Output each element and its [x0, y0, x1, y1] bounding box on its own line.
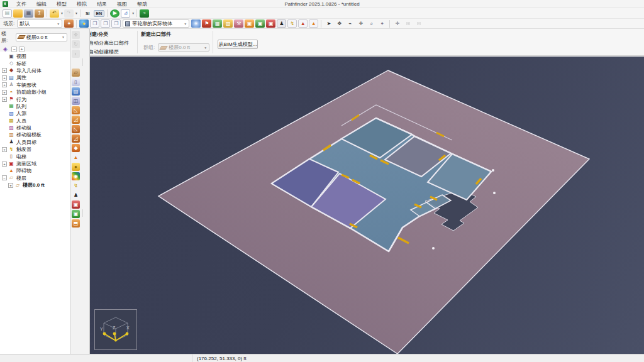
menu-edit[interactable]: 编辑 [31, 0, 52, 8]
scene-edit-icon[interactable]: ✦ [64, 19, 74, 28]
tree-item-floors[interactable]: −▱楼层 [0, 175, 70, 182]
walk-tool-icon[interactable]: ⌁ [345, 19, 355, 28]
tree-item-movement-groups[interactable]: ▨移动组 [0, 124, 70, 131]
collapse-all-button[interactable]: − [11, 47, 17, 52]
generate-from-bim-button[interactable]: 从BIM生成模型... [218, 40, 258, 49]
expander-minus-icon[interactable]: − [2, 175, 7, 180]
chevron-down-icon[interactable]: ▼ [131, 11, 135, 15]
triggers-icon: ↯ [8, 146, 14, 153]
expander-plus-icon[interactable]: + [2, 82, 7, 87]
show-regions-icon[interactable]: ▣ [255, 19, 265, 28]
tree-item-floor-0[interactable]: +▱楼层0.0 ft [0, 182, 70, 189]
show-obstructions-box-icon[interactable]: ▣ [266, 19, 275, 28]
ramp-tool-1-icon[interactable]: ◺ [72, 125, 80, 133]
tree-item-imported-geometry[interactable]: +◆导入几何体 [0, 67, 70, 74]
undo-icon[interactable]: ↶ [50, 9, 59, 18]
show-measurement-regions-icon[interactable]: ▣ [245, 19, 254, 28]
tree-item-vehicle-shapes[interactable]: +♙车辆形状 [0, 82, 70, 89]
tree-item-occupant-sources[interactable]: ▧人源 [0, 110, 70, 117]
obstruction-tool-icon[interactable]: ◆ [72, 144, 80, 152]
save-file-icon[interactable]: ▦ [24, 9, 33, 18]
display-mode-select[interactable]: 带轮廓的实际物体 ▼ [123, 19, 189, 28]
escalator-tool-1-icon[interactable]: ◺ [72, 106, 80, 114]
measurement-tool-1-icon[interactable]: ▣ [72, 200, 80, 209]
menu-results[interactable]: 结果 [92, 0, 112, 8]
expand-all-button[interactable]: + [19, 47, 25, 52]
viewport-3d[interactable]: Y Z X [90, 57, 644, 354]
tree-item-measurement-regions[interactable]: +▣测量区域 [0, 160, 70, 167]
target-tool-icon[interactable]: ♟ [72, 191, 80, 199]
escalator-tool-2-icon[interactable]: ◿ [72, 116, 80, 124]
chevron-down-icon[interactable]: ▼ [60, 11, 64, 15]
import-file-icon[interactable]: ↥ [35, 9, 44, 18]
menu-model[interactable]: 模型 [52, 0, 72, 8]
clone-view-1-icon[interactable]: ❐ [90, 19, 99, 28]
stairs-tool-icon[interactable]: ▤ [72, 87, 80, 96]
select-tool-icon[interactable]: ➤ [324, 19, 333, 28]
floor-tool-icon[interactable]: ▱ [72, 69, 80, 77]
show-obstacles-icon[interactable]: ▲ [309, 19, 318, 28]
tree-item-obstructions[interactable]: ▲障碍物 [0, 167, 70, 174]
show-occupants-icon[interactable]: ⚑ [202, 19, 211, 28]
zoom-box-tool-icon[interactable]: ⌖ [377, 19, 387, 28]
zoom-tool-icon[interactable]: ⌕ [367, 19, 376, 28]
snap-point-tool-icon[interactable]: ✛ [392, 19, 402, 28]
tree-item-labels[interactable]: ◇标签 [0, 60, 70, 67]
expander-plus-icon[interactable]: + [2, 97, 7, 102]
orbit-tool-icon[interactable]: ✥ [335, 19, 344, 28]
expander-plus-icon[interactable]: + [2, 75, 7, 80]
pan-tool-icon[interactable]: ✛ [356, 19, 365, 28]
expander-plus-icon[interactable]: + [2, 90, 7, 95]
tree-item-queues[interactable]: ▦队列 [0, 103, 70, 110]
room-tool-icon[interactable]: ▯ [72, 78, 80, 86]
ramp-tool-2-icon[interactable]: ◿ [72, 134, 80, 143]
expander-plus-icon[interactable]: + [2, 68, 7, 73]
run-simulation-icon[interactable]: ▶ [110, 9, 119, 18]
show-background-image-icon[interactable]: ▧ [223, 19, 233, 28]
view-results-icon[interactable]: ⊿ [121, 9, 130, 18]
orientation-gizmo[interactable]: Y Z X [94, 309, 137, 350]
chevron-down-icon[interactable]: ▼ [75, 11, 78, 15]
show-snapshot-icon[interactable]: ✳ [191, 19, 201, 28]
menu-view[interactable]: 视图 [112, 0, 132, 8]
expander-plus-icon[interactable]: + [2, 147, 7, 152]
tree-item-movement-group-templates[interactable]: ▥移动组模板 [0, 131, 70, 138]
tree-settings-icon[interactable]: ◈ [3, 46, 8, 52]
menu-simulation[interactable]: 模拟 [72, 0, 92, 8]
clone-view-2-icon[interactable]: ❐ [101, 19, 110, 28]
pathfinder-results-icon[interactable]: ⌁ [140, 9, 149, 18]
occupant-tool-icon[interactable]: ● [72, 163, 80, 171]
tree-item-occupants[interactable]: ▩人员 [0, 118, 70, 124]
show-targets-icon[interactable]: ♟ [277, 19, 286, 28]
tree-item-views[interactable]: ▣视图 [0, 53, 70, 60]
show-triggers-icon[interactable]: ↯ [287, 19, 297, 28]
extract-floor-tool-icon[interactable]: ⬒ [72, 219, 80, 228]
measurement-tool-2-icon[interactable]: ▣ [72, 210, 80, 218]
si-units-button[interactable]: SI [83, 10, 92, 17]
tree-item-profiles[interactable]: +▤属性 [0, 74, 70, 81]
show-assisted-teams-icon[interactable]: ▲ [298, 19, 308, 28]
cone-tool-icon[interactable]: ▲ [72, 153, 80, 162]
new-file-icon[interactable]: ▤ [3, 9, 12, 18]
open-file-icon[interactable] [13, 9, 23, 18]
expander-plus-icon[interactable]: + [8, 183, 13, 188]
en-units-button[interactable]: EN [94, 10, 105, 17]
perspective-view-icon[interactable]: ● [79, 19, 89, 28]
menu-file[interactable]: 文件 [11, 0, 31, 8]
occupant-group-tool-icon[interactable]: ◉ [72, 172, 80, 180]
scene-select[interactable]: 默认 ▼ [17, 19, 62, 28]
floor-selector[interactable]: 楼层0.0 ft ▼ [16, 33, 67, 41]
trigger-tool-icon[interactable]: ↯ [72, 182, 80, 190]
expander-plus-icon[interactable]: + [2, 162, 7, 167]
tree-item-assisted-evacuation-teams[interactable]: +◓协助疏散小组 [0, 89, 70, 96]
door-tool-icon[interactable]: ◫ [72, 97, 80, 105]
tree-item-triggers[interactable]: +↯触发器 [0, 146, 70, 153]
tree-item-behaviors[interactable]: +⚑行为 [0, 96, 70, 102]
show-groups-icon[interactable]: ⚒ [234, 19, 243, 28]
tree-item-elevators[interactable]: ▯电梯 [0, 153, 70, 160]
tree-item-occupant-targets[interactable]: ♟人员目标 [0, 139, 70, 146]
show-imported-geometry-icon[interactable]: ▦ [213, 19, 222, 28]
clone-view-3-icon[interactable]: ❐ [111, 19, 121, 28]
menu-help[interactable]: 帮助 [132, 0, 152, 8]
door-group-select[interactable]: 楼层0.0 ft ▼ [158, 43, 209, 52]
